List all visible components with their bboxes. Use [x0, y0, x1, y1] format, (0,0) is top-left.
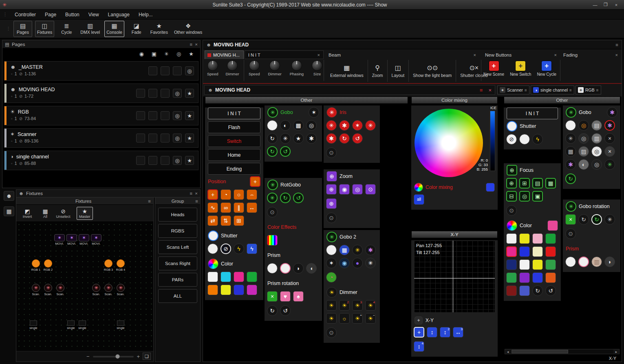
select-all-button[interactable]: ▦All: [37, 208, 53, 219]
knob-dial[interactable]: [207, 60, 218, 71]
page-scene-button[interactable]: [136, 156, 145, 165]
group-menu-icon[interactable]: ≡: [195, 199, 198, 204]
prism-half-icon[interactable]: ◗: [293, 263, 304, 274]
knob-size[interactable]: Size: [312, 60, 322, 76]
page-scene-button[interactable]: [136, 89, 145, 98]
c-yellow2-swatch[interactable]: [532, 259, 543, 270]
more-icon[interactable]: ⊙: [267, 207, 278, 217]
fixture-rgb[interactable]: RGB 2: [42, 259, 54, 272]
dimmer-up-icon[interactable]: ☀+: [352, 313, 363, 324]
prism-half-icon[interactable]: ◗: [604, 257, 615, 267]
toolbar-cycle-button[interactable]: ≣Cycle: [57, 21, 76, 37]
focus-6-icon[interactable]: ◎: [519, 191, 530, 202]
color-mix-icon[interactable]: [414, 183, 423, 192]
g-swirl-icon[interactable]: ✱: [604, 120, 615, 131]
gobo-active-icon[interactable]: ✱: [607, 107, 617, 118]
gobo-burst-icon[interactable]: ✱: [306, 133, 317, 144]
color-blue-swatch[interactable]: [234, 285, 244, 295]
group-button-rgbs[interactable]: RGBS: [158, 224, 197, 238]
color-section[interactable]: Color: [205, 257, 263, 271]
pos-curve-icon[interactable]: ⌢: [247, 189, 257, 200]
focus-5-icon[interactable]: ⊟: [506, 191, 517, 202]
g-dots-icon[interactable]: ▨: [578, 146, 589, 157]
knob-dimmer-2[interactable]: Dimmer: [268, 60, 281, 76]
tab-init[interactable]: I N I T ×: [245, 50, 324, 59]
gobo-wheel-icon[interactable]: ✳: [267, 107, 278, 118]
rot-cw-icon[interactable]: ↻: [280, 193, 291, 203]
g-swirl2-icon[interactable]: ✱: [565, 159, 576, 170]
group-button-all[interactable]: ALL: [158, 289, 197, 303]
page-target-button[interactable]: ◎: [173, 111, 182, 120]
ending-button[interactable]: Ending: [208, 163, 260, 175]
c-blue-swatch[interactable]: [519, 246, 530, 257]
c-magenta-swatch[interactable]: [506, 246, 517, 257]
gobo2-blades-icon[interactable]: ✶: [326, 258, 337, 268]
fixture-scan[interactable]: ✳Scan.: [90, 284, 102, 296]
gobo-rotation-section[interactable]: ✳ Gobo rotation: [563, 200, 620, 213]
knob-dial[interactable]: [312, 60, 322, 71]
prism-3face-icon[interactable]: [280, 263, 291, 274]
fixture-rgb[interactable]: RGB 4: [115, 259, 126, 272]
shutter-open2-icon[interactable]: [519, 134, 530, 145]
page-target-button[interactable]: ◎: [173, 156, 182, 165]
gobo-arrow-icon[interactable]: ↻: [267, 133, 278, 144]
prism-lines-icon[interactable]: ▥: [591, 257, 602, 267]
group-button-heads[interactable]: Heads: [158, 208, 197, 221]
menu-item-button[interactable]: Button: [61, 10, 84, 20]
focus-far-icon[interactable]: ▤: [532, 178, 543, 189]
focus-auto-icon[interactable]: ▦: [545, 178, 556, 189]
switch-button[interactable]: Switch: [208, 135, 260, 147]
color-effects-section[interactable]: Color Effects: [265, 220, 322, 234]
patch-user-icon[interactable]: ☻: [4, 191, 14, 201]
xy-pan-3-icon[interactable]: ↔3: [453, 327, 463, 338]
flash-button[interactable]: Flash: [208, 121, 260, 133]
panel-menu-icon[interactable]: ≡: [480, 87, 483, 93]
dimmer-icon[interactable]: ☀: [326, 287, 337, 298]
prism-split-icon[interactable]: ◖: [306, 263, 317, 274]
page-row-single-channel[interactable]: ◑single channel▫1⊘85-88◎★: [4, 151, 198, 170]
prism-open-icon[interactable]: [565, 257, 576, 267]
fit-view-button[interactable]: ❏: [143, 353, 151, 360]
init-button[interactable]: I N I T: [208, 107, 260, 119]
prism-rotation-section[interactable]: Prism rotation: [265, 276, 322, 290]
fixture-single[interactable]: single: [65, 320, 77, 330]
minimize-button[interactable]: —: [590, 2, 600, 7]
fixture-single[interactable]: single: [28, 320, 39, 330]
dimmer-2-icon[interactable]: ☀2: [339, 300, 350, 311]
knob-dial[interactable]: [249, 60, 260, 71]
pos-loop-icon[interactable]: ∞: [220, 202, 231, 213]
fixture-scan[interactable]: ✳Scan.: [42, 284, 54, 296]
prism-rot-spade-icon[interactable]: ♠: [293, 291, 304, 302]
rgb-select[interactable]: ✳RGB≡: [575, 86, 601, 94]
fixture-rgb[interactable]: RGB 3: [103, 259, 114, 272]
page-row-scanner[interactable]: ✶Scanner▫1⊘89-136◎★: [4, 128, 198, 148]
zoom-in-button[interactable]: +: [137, 353, 140, 360]
rot-stop-icon[interactable]: ✳: [267, 193, 278, 203]
more-icon[interactable]: ⊙: [565, 228, 576, 239]
gobo2-wheel-icon[interactable]: ✳: [326, 232, 337, 242]
menu-item-view[interactable]: View: [84, 10, 104, 20]
fixture-movi[interactable]: ✶MOVI.: [54, 234, 65, 246]
dimmer-3-icon[interactable]: ☀3: [352, 300, 363, 311]
freeze-icon[interactable]: ✳: [164, 51, 169, 57]
g-swirl-green-icon[interactable]: ✳: [604, 159, 615, 170]
fixture-single[interactable]: single: [77, 320, 88, 330]
fixture-scan[interactable]: ✳Scan.: [55, 284, 66, 296]
strobe-random-icon[interactable]: ϟ: [247, 243, 257, 254]
single-channel-select[interactable]: ◑single channel≡: [531, 86, 574, 94]
color-white-swatch[interactable]: [207, 272, 218, 282]
g-stripes-icon[interactable]: ▤: [591, 120, 602, 131]
knob-dial[interactable]: [291, 60, 302, 71]
star-icon[interactable]: ★: [189, 51, 194, 57]
color-cyan-swatch[interactable]: [220, 272, 231, 282]
page-scene-button[interactable]: [148, 89, 157, 98]
page-scene-button[interactable]: [161, 134, 170, 143]
page-scene-button[interactable]: [161, 156, 170, 165]
fixtures-inner-menu-icon[interactable]: ≡: [148, 199, 151, 204]
zoom-slider-handle[interactable]: [115, 354, 120, 359]
gobo2-fan-icon[interactable]: ✳: [352, 245, 363, 255]
g-open-icon[interactable]: [565, 120, 576, 131]
menu-item-controller[interactable]: Controller: [10, 10, 40, 20]
c-cream-swatch[interactable]: [532, 246, 543, 257]
active-color-swatch[interactable]: [547, 220, 558, 231]
